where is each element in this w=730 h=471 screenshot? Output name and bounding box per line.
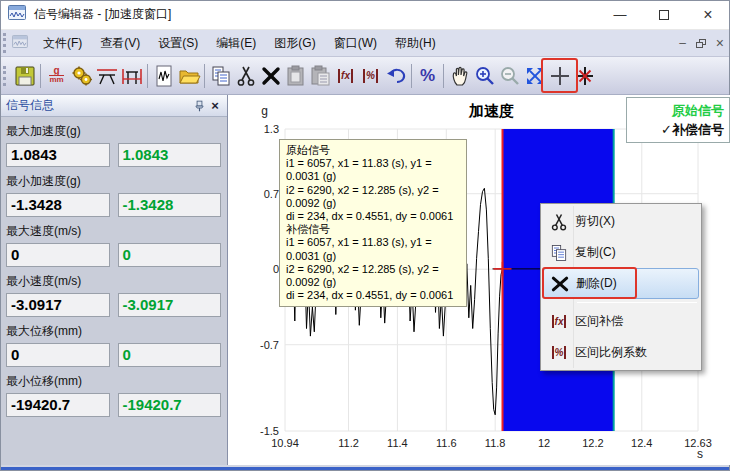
toolbar-separator (40, 64, 41, 88)
mdi-close-button[interactable]: × (716, 35, 724, 51)
save-button[interactable] (12, 62, 37, 90)
menu-bar: 文件(F) 查看(V) 设置(S) 编辑(E) 图形(G) 窗口(W) 帮助(H… (0, 30, 730, 57)
mdi-restore-button[interactable] (696, 39, 706, 48)
svg-text:11.4: 11.4 (387, 437, 408, 449)
check-icon: ✓ (661, 122, 672, 137)
delete-x-icon (259, 64, 283, 88)
menu-view[interactable]: 查看(V) (91, 31, 149, 56)
menu-settings[interactable]: 设置(S) (149, 31, 207, 56)
marker-cursor-button[interactable] (572, 62, 597, 90)
tooltip-line: di = 234, dx = 0.4551, dy = 0.0061 (286, 289, 460, 302)
context-item-interval-compensate[interactable]: fx 区间补偿 (543, 306, 699, 337)
panel-close-icon[interactable]: × (207, 98, 223, 114)
field-label: 最大速度(m/s) (6, 223, 221, 240)
interval-percent-icon: % (362, 69, 379, 83)
percent-icon: % (420, 66, 435, 86)
context-item-cut[interactable]: 剪切(X) (543, 206, 699, 237)
menu-graph[interactable]: 图形(G) (265, 31, 324, 56)
close-button[interactable]: × (686, 0, 730, 29)
copy-icon (209, 64, 233, 88)
svg-text:-0.7: -0.7 (260, 339, 279, 351)
maximize-button[interactable] (642, 0, 686, 29)
cut-button[interactable] (233, 62, 258, 90)
tooltip-line: i1 = 6057, x1 = 11.83 (s), y1 = 0.0031 (… (286, 157, 460, 183)
svg-text:12.63: 12.63 (684, 437, 712, 449)
menubar-drag-handle[interactable] (3, 33, 8, 53)
original-value: -1.3428 (6, 193, 110, 217)
legend-item-original[interactable]: 原始信号 (632, 101, 724, 120)
interval-scale-button[interactable]: % (358, 62, 383, 90)
marker-asterisk-icon (573, 64, 597, 88)
compensated-value: -1.3428 (118, 193, 222, 217)
new-signal-button[interactable] (151, 62, 176, 90)
paste-button[interactable] (283, 62, 308, 90)
menu-file[interactable]: 文件(F) (34, 31, 91, 56)
percent-button[interactable]: % (415, 62, 440, 90)
expand-arrows-icon (523, 64, 547, 88)
mdi-child-icon (12, 34, 28, 52)
status-bar (0, 467, 730, 471)
field-max-acceleration: 最大加速度(g) 1.08431.0843 (0, 117, 227, 167)
toolbar-drag-handle[interactable] (3, 66, 8, 86)
zoom-in-button[interactable] (472, 62, 497, 90)
signal-document-icon (152, 64, 176, 88)
field-min-velocity: 最小速度(m/s) -3.0917-3.0917 (0, 267, 227, 317)
tooltip-line: di = 234, dx = 0.4551, dy = 0.0061 (286, 210, 460, 223)
toolbar-separator (147, 64, 148, 88)
svg-text:10.94: 10.94 (271, 437, 299, 449)
baseline-correct-icon (95, 64, 119, 88)
crosshair-icon (548, 64, 572, 88)
menu-window[interactable]: 窗口(W) (325, 31, 386, 56)
pin-icon[interactable] (191, 98, 207, 114)
menu-edit[interactable]: 编辑(E) (207, 31, 265, 56)
unit-gmm-button[interactable]: gmm (44, 62, 69, 90)
field-max-displacement: 最大位移(mm) 00 (0, 317, 227, 367)
toolbar: gmm fx % % (0, 57, 730, 95)
acceleration-chart-window: 加速度 g s 10.9411.211.411.611.81212.212.41… (228, 95, 730, 465)
paste-special-button[interactable] (308, 62, 333, 90)
measurement-tooltip: 原始信号 i1 = 6057, x1 = 11.83 (s), y1 = 0.0… (279, 139, 467, 307)
main-area: 信号信息 × 最大加速度(g) 1.08431.0843 最小加速度(g) -1… (0, 95, 730, 465)
tooltip-line: i1 = 6057, x1 = 11.83 (s), y1 = 0.0031 (… (286, 236, 460, 262)
interval-compensate-button[interactable]: fx (333, 62, 358, 90)
pan-button[interactable] (447, 62, 472, 90)
original-value: -19420.7 (6, 393, 110, 417)
paste-icon (284, 64, 308, 88)
process-settings-button[interactable] (69, 62, 94, 90)
mdi-minimize-button[interactable]: – (679, 36, 686, 50)
svg-text:11.6: 11.6 (436, 437, 457, 449)
original-value: -3.0917 (6, 293, 110, 317)
fit-view-button[interactable] (522, 62, 547, 90)
open-button[interactable] (176, 62, 201, 90)
baseline-correct-button[interactable] (94, 62, 119, 90)
context-item-copy[interactable]: 复制(C) (543, 237, 699, 268)
toolbar-separator (443, 64, 444, 88)
delete-button[interactable] (258, 62, 283, 90)
context-menu-separator (577, 302, 697, 303)
undo-button[interactable] (383, 62, 408, 90)
interval-fx-icon: fx (337, 69, 354, 83)
zoom-out-icon (498, 64, 522, 88)
menu-help[interactable]: 帮助(H) (386, 31, 445, 56)
tooltip-line: 补偿信号 (286, 223, 460, 236)
copy-icon (543, 243, 575, 263)
crosshair-cursor-button[interactable] (547, 62, 572, 90)
minimize-button[interactable]: — (598, 0, 642, 29)
copy-button[interactable] (208, 62, 233, 90)
legend-item-compensated[interactable]: ✓补偿信号 (632, 120, 724, 139)
svg-text:11.2: 11.2 (338, 437, 359, 449)
undo-icon (384, 64, 408, 88)
legend: 原始信号 ✓补偿信号 (626, 97, 730, 143)
context-item-interval-scale[interactable]: % 区间比例系数 (543, 337, 699, 368)
scissors-icon (543, 212, 575, 232)
context-item-delete[interactable]: 删除(D) (543, 268, 699, 299)
zoom-out-button[interactable] (497, 62, 522, 90)
field-label: 最小加速度(g) (6, 173, 221, 190)
interval-tool-button[interactable] (119, 62, 144, 90)
signal-info-panel: 信号信息 × 最大加速度(g) 1.08431.0843 最小加速度(g) -1… (0, 95, 228, 465)
field-label: 最小位移(mm) (6, 373, 221, 390)
title-bar: 信号编辑器 - [加速度窗口] — × (0, 0, 730, 30)
gears-icon (70, 64, 94, 88)
field-max-velocity: 最大速度(m/s) 00 (0, 217, 227, 267)
scissors-icon (234, 64, 258, 88)
